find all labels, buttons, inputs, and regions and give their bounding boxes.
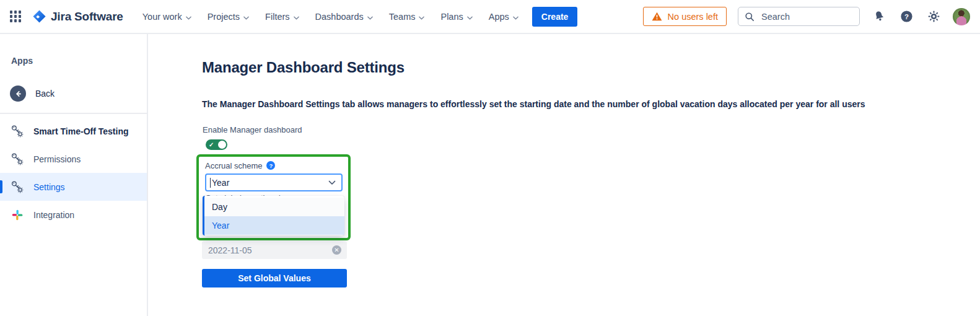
svg-text:?: ? (904, 13, 908, 20)
nav-filters[interactable]: Filters (257, 0, 307, 33)
nav-teams[interactable]: Teams (381, 0, 433, 33)
settings-gear-icon[interactable] (925, 9, 942, 25)
chevron-down-icon (328, 180, 336, 185)
slack-icon (10, 209, 24, 221)
chevron-down-icon (419, 12, 424, 22)
chevron-down-icon (294, 12, 299, 22)
search-box (738, 7, 860, 26)
start-date-value: 2022-11-05 (208, 245, 252, 255)
start-date-field[interactable]: 2022-11-05 ✕ (202, 241, 347, 259)
app-switcher-icon[interactable] (9, 10, 22, 24)
clear-date-icon[interactable]: ✕ (332, 245, 341, 255)
chevron-down-icon (513, 12, 518, 22)
enable-dashboard-label: Enable Manager dashboard (203, 125, 302, 134)
user-avatar[interactable] (953, 8, 970, 25)
no-users-left-button[interactable]: No users left (643, 7, 727, 26)
sidebar-divider (0, 113, 147, 114)
sidebar: Apps Back Smart Time-Off Testing (0, 34, 148, 316)
nav-dashboards[interactable]: Dashboards (307, 0, 381, 33)
page-title: Manager Dashboard Settings (202, 59, 405, 76)
check-icon: ✓ (209, 142, 214, 148)
dropdown-option-year[interactable]: Year (204, 216, 344, 235)
warning-triangle-icon (652, 12, 662, 21)
chevron-down-icon (243, 12, 249, 22)
key-gear-icon (10, 180, 24, 194)
jira-brand[interactable]: Jira Software (32, 9, 123, 24)
chevron-down-icon (467, 12, 473, 22)
product-name: Jira Software (51, 10, 123, 24)
help-icon[interactable]: ? (898, 9, 914, 25)
jira-logo-icon (32, 9, 46, 24)
primary-nav: Your work Projects Filters Dashboards Te… (134, 0, 527, 33)
help-circle-icon[interactable]: ? (266, 161, 275, 170)
nav-right-section: No users left ? (643, 7, 970, 26)
page-description: The Manager Dashboard Settings tab allow… (202, 99, 865, 109)
sidebar-item-smart-time-off-testing[interactable]: Smart Time-Off Testing (0, 117, 147, 145)
accrual-scheme-select[interactable]: Year (205, 173, 343, 191)
sidebar-item-permissions[interactable]: Permissions (0, 145, 147, 173)
sidebar-back-button[interactable]: Back (0, 85, 147, 102)
accrual-dropdown-menu: Day Year (203, 196, 344, 235)
key-gear-icon (10, 124, 24, 138)
sidebar-item-integration[interactable]: Integration (0, 201, 147, 229)
toggle-knob (218, 141, 226, 149)
back-arrow-icon (10, 86, 26, 102)
chevron-down-icon (186, 12, 191, 22)
text-caret (210, 178, 211, 188)
create-button[interactable]: Create (532, 7, 578, 27)
search-icon (745, 12, 755, 22)
nav-plans[interactable]: Plans (432, 0, 480, 33)
enable-dashboard-toggle[interactable]: ✓ (206, 139, 227, 150)
key-gear-icon (10, 152, 24, 166)
sidebar-item-settings[interactable]: Settings (0, 173, 147, 201)
sidebar-heading: Apps (0, 56, 147, 66)
accrual-scheme-label: Accrual scheme (205, 161, 262, 170)
nav-projects[interactable]: Projects (199, 0, 257, 33)
select-value: Year (212, 178, 229, 188)
nav-apps[interactable]: Apps (481, 0, 527, 33)
main-content: Manager Dashboard Settings The Manager D… (148, 34, 980, 316)
set-global-values-button[interactable]: Set Global Values (202, 269, 347, 287)
nav-your-work[interactable]: Your work (134, 0, 199, 33)
notifications-bell-icon[interactable] (871, 9, 887, 25)
top-navigation-bar: Jira Software Your work Projects Filters… (0, 0, 980, 34)
annotation-highlight-box: Accrual scheme ? Year Set global vacatio… (196, 154, 351, 240)
chevron-down-icon (367, 12, 373, 22)
dropdown-option-day[interactable]: Day (204, 198, 344, 216)
search-input[interactable] (760, 11, 853, 22)
